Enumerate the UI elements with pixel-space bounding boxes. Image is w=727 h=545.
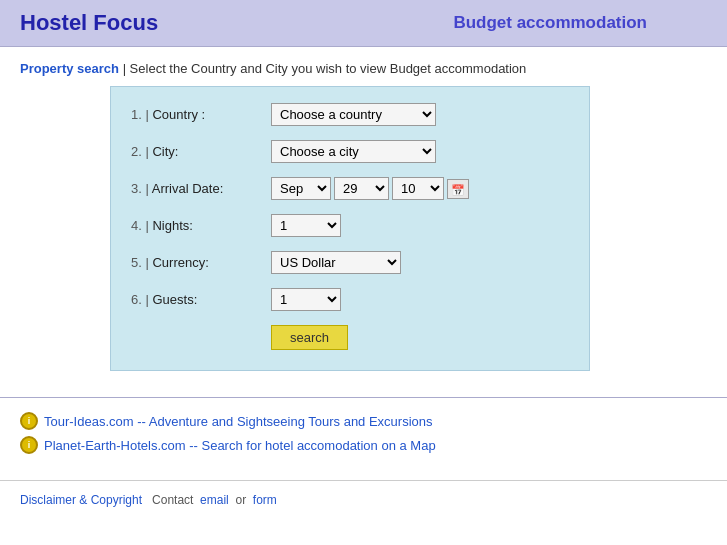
search-form: 1. | Country : Choose a country United S… [110,86,590,371]
site-title: Hostel Focus [20,10,158,36]
currency-row: 5. | Currency: US Dollar Euro GBP AUD [131,251,569,274]
nights-select[interactable]: 1234 567 [271,214,341,237]
property-search-link[interactable]: Property search [20,61,119,76]
guests-select[interactable]: 12345 [271,288,341,311]
city-row: 2. | City: Choose a city [131,140,569,163]
links-section: i Tour-Ideas.com -- Adventure and Sights… [0,408,727,464]
main-content: Property search | Select the Country and… [0,47,727,381]
planet-earth-link[interactable]: Planet-Earth-Hotels.com -- Search for ho… [44,438,436,453]
property-search-description: | Select the Country and City you wish t… [123,61,527,76]
arrival-day-select[interactable]: 12345 678910 1112131415 1617181920 21222… [334,177,389,200]
currency-select[interactable]: US Dollar Euro GBP AUD [271,251,401,274]
arrival-date-selects: JanFebMarApr MayJunJulAug SepOctNovDec 1… [271,177,469,200]
arrival-year-select[interactable]: 0809101112 [392,177,444,200]
footer: Disclaimer & Copyright Contact email or … [0,489,727,511]
main-divider [0,397,727,398]
arrival-date-label: 3. | Arrival Date: [131,181,271,196]
form-link[interactable]: form [253,493,277,507]
country-label: 1. | Country : [131,107,271,122]
list-item: i Planet-Earth-Hotels.com -- Search for … [20,436,707,454]
city-select[interactable]: Choose a city [271,140,436,163]
calendar-icon[interactable]: 📅 [447,179,469,199]
site-subtitle: Budget accommodation [453,13,647,33]
arrival-month-select[interactable]: JanFebMarApr MayJunJulAug SepOctNovDec [271,177,331,200]
list-item: i Tour-Ideas.com -- Adventure and Sights… [20,412,707,430]
country-row: 1. | Country : Choose a country United S… [131,103,569,126]
header: Hostel Focus Budget accommodation [0,0,727,47]
tour-ideas-link[interactable]: Tour-Ideas.com -- Adventure and Sightsee… [44,414,433,429]
or-text: or [235,493,246,507]
nights-label: 4. | Nights: [131,218,271,233]
country-select[interactable]: Choose a country United States United Ki… [271,103,436,126]
guests-row: 6. | Guests: 12345 [131,288,569,311]
link-icon-2: i [20,436,38,454]
email-link[interactable]: email [200,493,229,507]
nights-row: 4. | Nights: 1234 567 [131,214,569,237]
arrival-date-row: 3. | Arrival Date: JanFebMarApr MayJunJu… [131,177,569,200]
contact-text: Contact [152,493,193,507]
guests-label: 6. | Guests: [131,292,271,307]
search-button[interactable]: search [271,325,348,350]
property-search-bar: Property search | Select the Country and… [20,61,707,76]
disclaimer-link[interactable]: Disclaimer & Copyright [20,493,142,507]
city-label: 2. | City: [131,144,271,159]
currency-label: 5. | Currency: [131,255,271,270]
footer-divider [0,480,727,481]
link-icon-1: i [20,412,38,430]
